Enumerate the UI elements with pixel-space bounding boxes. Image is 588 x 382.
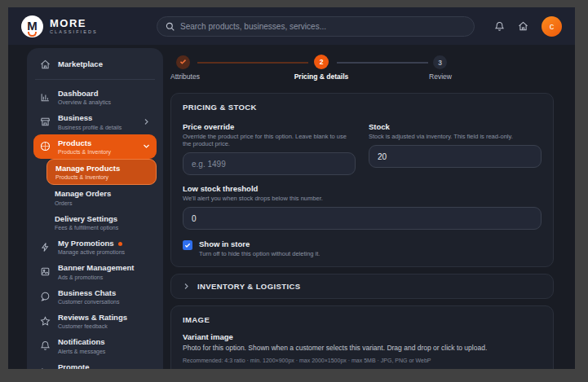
chevron-down-icon	[143, 143, 150, 150]
home-icon[interactable]	[518, 21, 528, 32]
sidebar-item-label: Business	[58, 113, 136, 123]
step-attributes[interactable]	[176, 55, 190, 69]
price-override-field-group: Price override Override the product pric…	[183, 122, 356, 175]
step-label-attributes: Attributes	[170, 72, 200, 81]
sidebar-item-sub: Customer conversations	[58, 299, 150, 305]
megaphone-icon	[40, 362, 51, 369]
sidebar: Marketplace Dashboard Overview & analyti…	[27, 48, 163, 369]
brand-tagline: CLASSIFIEDS	[50, 29, 98, 34]
step-connector	[197, 62, 308, 64]
home-icon	[40, 59, 51, 70]
sidebar-item-sub: Overview & analytics	[58, 99, 150, 105]
chat-icon	[40, 291, 51, 301]
sidebar-item-label: Banner Management	[58, 263, 150, 273]
store-icon	[40, 116, 51, 127]
price-override-label: Price override	[183, 122, 356, 131]
sidebar-item-label: Delivery Settings	[55, 214, 148, 224]
bolt-icon	[40, 242, 51, 252]
sidebar-item-sub: Customer feedback	[58, 323, 150, 329]
search-icon	[166, 22, 175, 31]
step-pricing[interactable]: 2	[314, 55, 329, 69]
sidebar-item-label: Notifications	[58, 337, 150, 347]
show-in-store-help: Turn off to hide this option without del…	[199, 250, 320, 257]
low-stock-label: Low stock threshold	[183, 184, 542, 193]
sidebar-item-reviews-ratings[interactable]: Reviews & Ratings Customer feedback	[33, 309, 157, 333]
sidebar-item-marketplace[interactable]: Marketplace	[33, 55, 157, 74]
sidebar-item-sub: Products & Inventory	[55, 174, 148, 180]
sidebar-item-label: My Promotions	[58, 239, 114, 248]
wizard-stepper: 2 3 Attributes Pricing & details Review	[170, 54, 554, 86]
image-title: IMAGE	[183, 315, 542, 324]
sidebar-item-sub: Products & Inventory	[58, 149, 136, 155]
app-root: M MORE CLASSIFIEDS c	[8, 7, 575, 369]
sidebar-item-business[interactable]: Business Business profile & details	[33, 109, 157, 134]
variant-image-help: Photo for this option. Shown when a cust…	[183, 344, 542, 352]
avatar[interactable]: c	[542, 16, 562, 37]
stock-field-group: Stock Stock is adjusted via inventory. T…	[369, 122, 542, 175]
sidebar-item-sub: Fees & fulfillment options	[55, 225, 148, 231]
sidebar-item-sub: Alerts & messages	[58, 349, 150, 354]
price-override-input[interactable]	[183, 152, 356, 175]
logo-letter: M	[27, 20, 38, 32]
logo-arc-accent	[28, 32, 37, 37]
variant-image-recommended: Recommended: 4:3 ratio · min. 1200×900px…	[183, 358, 542, 363]
step-label-pricing: Pricing & details	[294, 72, 349, 81]
search-bar[interactable]	[157, 16, 475, 37]
stock-input[interactable]	[369, 145, 542, 168]
low-stock-field-group: Low stock threshold We'll alert you when…	[183, 184, 542, 230]
box-icon	[40, 141, 51, 151]
sidebar-divider	[35, 79, 155, 80]
inventory-logistics-title: INVENTORY & LOGISTICS	[197, 282, 300, 291]
step-label-review: Review	[429, 72, 452, 81]
sidebar-item-label: Promote	[58, 362, 150, 369]
show-in-store-label: Show in store	[199, 239, 320, 248]
chart-icon	[40, 92, 51, 103]
sidebar-item-dashboard[interactable]: Dashboard Overview & analytics	[33, 85, 157, 109]
sidebar-item-sub: Manage active promotions	[58, 249, 150, 255]
star-icon	[40, 316, 51, 327]
pricing-stock-title: PRICING & STOCK	[183, 103, 542, 112]
image-icon	[40, 266, 51, 277]
low-stock-help: We'll alert you when stock drops below t…	[183, 195, 542, 202]
stock-label: Stock	[369, 122, 542, 131]
sidebar-item-sub: Orders	[55, 200, 148, 206]
sidebar-item-delivery-settings[interactable]: Delivery Settings Fees & fulfillment opt…	[46, 210, 157, 235]
image-card: IMAGE Variant image Photo for this optio…	[170, 305, 554, 369]
search-input[interactable]	[180, 22, 466, 31]
sidebar-item-notifications[interactable]: Notifications Alerts & messages	[33, 333, 157, 358]
sidebar-item-promote[interactable]: Promote	[33, 358, 157, 369]
inventory-logistics-section[interactable]: INVENTORY & LOGISTICS	[170, 274, 554, 299]
sidebar-item-my-promotions[interactable]: My Promotions Manage active promotions	[33, 235, 157, 259]
sidebar-item-business-chats[interactable]: Business Chats Customer conversations	[33, 284, 157, 309]
bell-icon	[40, 340, 51, 351]
low-stock-input[interactable]	[183, 207, 542, 230]
check-icon	[179, 58, 187, 67]
sidebar-item-products[interactable]: Products Products & Inventory	[33, 134, 157, 159]
main-content: 2 3 Attributes Pricing & details Review …	[163, 48, 575, 369]
pricing-stock-card: PRICING & STOCK Price override Override …	[170, 93, 554, 267]
sidebar-item-label: Products	[58, 138, 136, 148]
sidebar-item-label: Dashboard	[58, 89, 150, 99]
chevron-right-icon	[183, 283, 190, 290]
sidebar-item-label: Business Chats	[58, 288, 150, 298]
notifications-bell-icon[interactable]	[494, 21, 505, 32]
window-frame: M MORE CLASSIFIEDS c	[0, 0, 588, 382]
show-in-store-checkbox[interactable]	[183, 240, 192, 250]
brand-name: MORE	[50, 18, 98, 29]
chevron-right-icon	[143, 118, 150, 125]
sidebar-item-label: Reviews & Ratings	[58, 313, 150, 323]
logo-icon: M	[21, 15, 43, 37]
sidebar-item-banner-management[interactable]: Banner Management Ads & promotions	[33, 259, 157, 283]
variant-image-label: Variant image	[183, 332, 542, 341]
sidebar-item-sub: Ads & promotions	[58, 274, 150, 280]
topbar: M MORE CLASSIFIEDS c	[8, 7, 575, 45]
step-review[interactable]: 3	[433, 55, 447, 69]
notification-dot	[118, 242, 122, 246]
sidebar-item-manage-orders[interactable]: Manage Orders Orders	[46, 185, 157, 209]
step-connector	[337, 62, 428, 64]
sidebar-item-manage-products[interactable]: Manage Products Products & Inventory	[46, 159, 157, 185]
sidebar-item-sub: Business profile & details	[58, 125, 136, 130]
sidebar-item-label: Marketplace	[58, 59, 150, 69]
brand-logo[interactable]: M MORE CLASSIFIEDS	[21, 15, 144, 37]
sidebar-item-label: Manage Products	[55, 164, 148, 173]
